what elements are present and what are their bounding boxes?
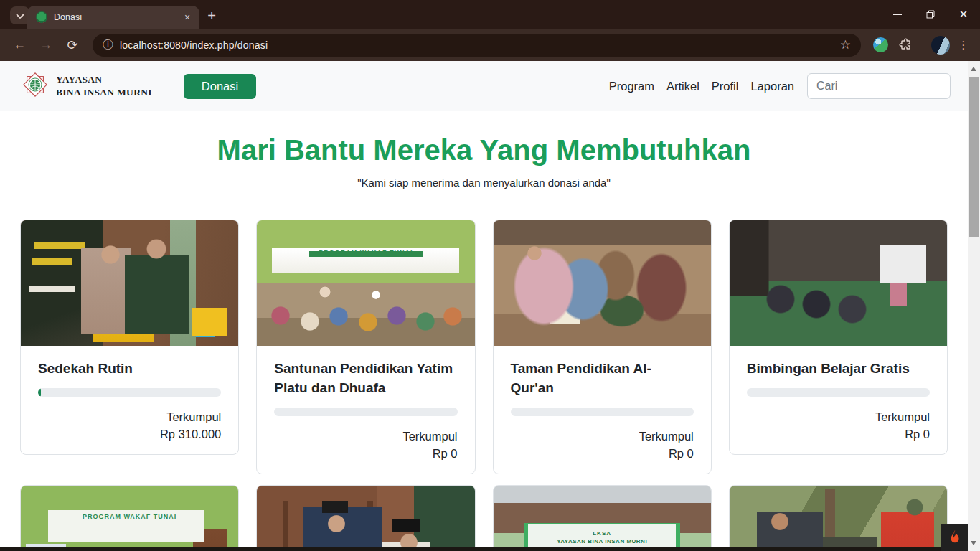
scrollbar-down-icon[interactable]: [971, 541, 976, 545]
card-photo-volunteers-outdoors: [730, 486, 947, 551]
collected-block: Terkumpul Rp 310.000: [38, 408, 221, 443]
page-subtitle: "Kami siap menerima dan menyalurkan dona…: [0, 176, 968, 189]
progress-bar: [747, 388, 930, 397]
nav-item-artikel[interactable]: Artikel: [666, 80, 699, 93]
minimize-icon: [893, 14, 902, 15]
org-name-line2: BINA INSAN MURNI: [56, 87, 152, 98]
collected-label: Terkumpul: [38, 408, 221, 425]
profile-avatar[interactable]: [930, 35, 951, 55]
collected-amount: Rp 0: [274, 445, 457, 462]
card-photo-building-sign: LKSA YAYASAN BINA INSAN MURNI: [494, 486, 711, 551]
card-body: Santunan Pendidikan Yatim Piatu dan Dhua…: [257, 346, 474, 474]
card-body: Taman Pendidikan Al-Qur'an Terkumpul Rp …: [494, 346, 711, 474]
collected-amount: Rp 0: [511, 445, 694, 462]
card-title: Santunan Pendidikan Yatim Piatu dan Dhua…: [274, 359, 457, 397]
program-card-row2-3[interactable]: LKSA YAYASAN BINA INSAN MURNI: [493, 485, 712, 551]
photo-banner-line1: LKSA: [593, 530, 611, 537]
card-title: Bimbingan Belajar Gratis: [747, 359, 930, 378]
browser-toolbar: ← → ⟳ ⓘ localhost:8080/index.php/donasi …: [0, 29, 980, 61]
photo-banner-text: PROGRAM WAKAF TUNAI: [83, 513, 177, 520]
card-body: Sedekah Rutin Terkumpul Rp 310.000: [21, 346, 238, 454]
avatar: [931, 36, 950, 55]
progress-bar: [511, 408, 694, 416]
org-logo[interactable]: YAYASAN BINA INSAN MURNI: [22, 71, 152, 101]
reload-icon: ⟳: [67, 37, 77, 53]
card-title: Taman Pendidikan Al-Qur'an: [511, 359, 694, 397]
program-card-sedekah-rutin[interactable]: Sedekah Rutin Terkumpul Rp 310.000: [20, 220, 239, 455]
forward-button[interactable]: →: [35, 34, 57, 56]
program-cards-grid: Sedekah Rutin Terkumpul Rp 310.000 PROGR…: [20, 220, 948, 551]
progress-fill: [38, 388, 41, 397]
vertical-scrollbar[interactable]: [968, 61, 980, 551]
flame-icon: [947, 529, 963, 547]
forward-icon: →: [39, 37, 52, 52]
collected-label: Terkumpul: [511, 428, 694, 445]
card-photo-man-and-child-with-gift-bags: [21, 220, 238, 346]
program-card-row2-2[interactable]: [256, 485, 475, 551]
globe-icon: [873, 37, 888, 52]
collected-label: Terkumpul: [274, 428, 457, 445]
toolbar-divider: [923, 38, 923, 52]
photo-banner-line2: YAYASAN BINA INSAN MURNI: [557, 538, 647, 545]
back-button[interactable]: ←: [9, 34, 30, 56]
codeigniter-debugbar-toggle[interactable]: [941, 524, 968, 551]
close-tab-icon[interactable]: ×: [181, 11, 194, 24]
site-header: YAYASAN BINA INSAN MURNI Donasi Program …: [0, 61, 968, 111]
window-controls: ✕: [881, 0, 980, 29]
nav-item-program[interactable]: Program: [609, 80, 654, 93]
scrollbar-up-icon[interactable]: [971, 67, 976, 71]
idm-extension-icon[interactable]: [870, 35, 890, 55]
page-title: Mari Bantu Mereka Yang Membutuhkan: [14, 134, 953, 166]
new-tab-button[interactable]: +: [202, 6, 222, 26]
bookmark-star-icon[interactable]: ☆: [840, 37, 851, 52]
tab-title: Donasi: [54, 12, 174, 22]
card-photo-children-group-under-banner: PROGRAM WAKAF TUNAI: [257, 220, 474, 346]
card-body: Bimbingan Belajar Gratis Terkumpul Rp 0: [730, 346, 947, 454]
program-card-santunan-pendidikan[interactable]: PROGRAM WAKAF TUNAI Santunan Pendidikan …: [256, 220, 475, 474]
card-photo-children-reading-quran: [494, 220, 711, 346]
url-text[interactable]: localhost:8080/index.php/donasi: [120, 39, 834, 51]
minimize-button[interactable]: [881, 0, 914, 29]
restore-icon: [926, 9, 935, 21]
collected-label: Terkumpul: [747, 408, 930, 425]
nav-item-profil[interactable]: Profil: [712, 80, 739, 93]
browser-window: Donasi × + ✕ ← → ⟳ ⓘ localhost:8080/inde…: [0, 0, 980, 61]
collected-block: Terkumpul Rp 0: [747, 408, 930, 443]
chevron-down-icon: [16, 9, 24, 22]
progress-bar: [38, 388, 221, 397]
program-card-row2-1[interactable]: PROGRAM WAKAF TUNAI: [20, 485, 239, 551]
collected-amount: Rp 310.000: [38, 425, 221, 443]
card-photo-study-room-whiteboard: [730, 220, 947, 346]
site-favicon: [36, 11, 47, 23]
nav-item-laporan[interactable]: Laporan: [750, 80, 794, 93]
scrollbar-thumb[interactable]: [969, 77, 979, 237]
debug-toolbar-edge: [0, 547, 968, 551]
restore-button[interactable]: [914, 0, 947, 29]
card-title: Sedekah Rutin: [38, 359, 221, 378]
site-info-icon[interactable]: ⓘ: [103, 38, 113, 52]
collected-block: Terkumpul Rp 0: [511, 428, 694, 462]
org-emblem-icon: [22, 71, 49, 101]
page-viewport: YAYASAN BINA INSAN MURNI Donasi Program …: [0, 61, 968, 551]
collected-amount: Rp 0: [747, 425, 930, 443]
main-nav: Program Artikel Profil Laporan: [609, 80, 794, 93]
org-name: YAYASAN BINA INSAN MURNI: [56, 73, 152, 99]
program-card-taman-pendidikan[interactable]: Taman Pendidikan Al-Qur'an Terkumpul Rp …: [493, 220, 712, 474]
donate-button[interactable]: Donasi: [184, 74, 256, 99]
reload-button[interactable]: ⟳: [62, 34, 83, 56]
collected-block: Terkumpul Rp 0: [274, 428, 457, 462]
browser-menu-icon[interactable]: ⋮: [956, 39, 971, 52]
close-window-button[interactable]: ✕: [947, 0, 980, 29]
org-name-line1: YAYASAN: [56, 74, 102, 85]
extensions-puzzle-icon[interactable]: [895, 35, 915, 55]
progress-bar: [274, 408, 457, 416]
tab-strip: Donasi × + ✕: [0, 0, 980, 29]
photo-banner-text: PROGRAM WAKAF TUNAI: [319, 249, 413, 256]
card-photo-boys-with-caps: [257, 486, 474, 551]
tab-search-button[interactable]: [10, 6, 29, 24]
program-card-row2-4[interactable]: [729, 485, 948, 551]
address-bar[interactable]: ⓘ localhost:8080/index.php/donasi ☆: [93, 34, 861, 57]
program-card-bimbingan-belajar[interactable]: Bimbingan Belajar Gratis Terkumpul Rp 0: [729, 220, 948, 455]
search-input[interactable]: [807, 73, 951, 99]
browser-tab[interactable]: Donasi ×: [27, 6, 199, 29]
